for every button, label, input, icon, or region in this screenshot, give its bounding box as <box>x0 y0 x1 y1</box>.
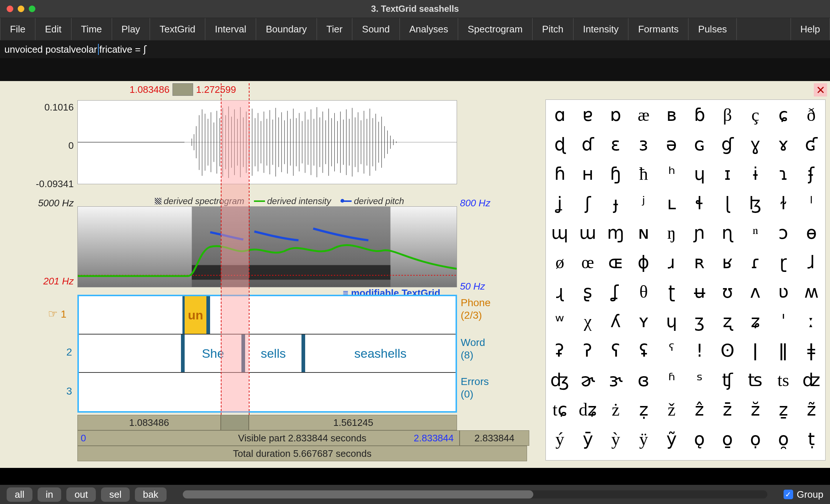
ipa-char[interactable]: ˤ <box>658 336 686 365</box>
ipa-char[interactable]: ɗ <box>574 129 602 159</box>
ipa-char[interactable]: ɜ <box>630 129 658 159</box>
ipa-char[interactable]: ɤ <box>769 129 797 159</box>
ipa-char[interactable]: dʑ <box>574 395 602 424</box>
ipa-char[interactable]: ð <box>797 100 825 129</box>
ipa-char[interactable]: ɴ <box>630 218 658 247</box>
menu-textgrid[interactable]: TextGrid <box>150 18 205 40</box>
textgrid-panel[interactable]: un Shesellsseashells <box>77 295 457 413</box>
minimize-window-button[interactable] <box>18 6 24 12</box>
ipa-char[interactable]: ọ <box>742 424 770 454</box>
ipa-char[interactable]: ɛ <box>602 129 630 159</box>
ipa-char[interactable]: ɟ <box>602 188 630 218</box>
ipa-char[interactable]: ǁ <box>769 336 797 365</box>
ipa-char[interactable]: ə <box>658 129 686 159</box>
close-ipa-panel-button[interactable]: ✕ <box>814 83 827 97</box>
ipa-char[interactable]: ỹ <box>658 424 686 454</box>
ipa-char[interactable]: ʟ <box>658 188 686 218</box>
ipa-char[interactable]: ẕ <box>769 395 797 424</box>
ipa-char[interactable]: ẑ <box>686 395 714 424</box>
ipa-char[interactable]: ts <box>769 365 797 395</box>
scrollbar-thumb[interactable] <box>183 490 534 498</box>
ipa-char[interactable]: ʊ <box>714 277 742 306</box>
ipa-char[interactable]: ɠ <box>714 129 742 159</box>
zoom-window-button[interactable] <box>29 6 35 12</box>
ipa-char[interactable]: ɸ <box>630 247 658 277</box>
ipa-char[interactable]: z̃ <box>797 395 825 424</box>
word-interval-2[interactable]: sells <box>245 335 306 372</box>
ipa-char[interactable]: ɢ <box>686 129 714 159</box>
ipa-char[interactable]: ȳ <box>574 424 602 454</box>
ipa-char[interactable]: ç <box>742 100 770 129</box>
menu-boundary[interactable]: Boundary <box>256 18 317 40</box>
ipa-char[interactable]: ɝ <box>602 365 630 395</box>
ipa-char[interactable]: ʁ <box>714 247 742 277</box>
ipa-char[interactable]: ʧ <box>714 365 742 395</box>
menu-edit[interactable]: Edit <box>35 18 72 40</box>
ipa-char[interactable]: ɮ <box>742 188 770 218</box>
ipa-char[interactable]: ø <box>546 247 574 277</box>
ipa-char[interactable]: ɖ <box>546 129 574 159</box>
menu-pitch[interactable]: Pitch <box>533 18 573 40</box>
selection-grip[interactable] <box>172 83 193 96</box>
ipa-char[interactable]: ỳ <box>602 424 630 454</box>
ipa-char[interactable]: ɶ <box>602 247 630 277</box>
ipa-char[interactable]: ɓ <box>686 100 714 129</box>
zoom-all-button[interactable]: all <box>7 487 32 502</box>
ipa-char[interactable]: ʙ <box>658 100 686 129</box>
tier-errors[interactable] <box>79 373 456 411</box>
selection-start-line[interactable] <box>221 83 222 415</box>
zoom-sel-button[interactable]: sel <box>101 487 129 502</box>
ipa-char[interactable]: ʂ <box>574 277 602 306</box>
phone-interval-selected[interactable]: un <box>185 296 210 334</box>
ipa-char[interactable]: ɞ <box>630 365 658 395</box>
ipa-char[interactable]: ˢ <box>686 365 714 395</box>
ipa-char[interactable]: ʣ <box>797 365 825 395</box>
play-after-selection[interactable]: 1.561245 <box>249 415 457 430</box>
ipa-char[interactable]: ǀ <box>742 336 770 365</box>
menu-play[interactable]: Play <box>112 18 150 40</box>
play-total-bar[interactable]: Total duration 5.667687 seconds <box>77 446 527 461</box>
close-window-button[interactable] <box>7 6 13 12</box>
menu-intensity[interactable]: Intensity <box>573 18 629 40</box>
menu-interval[interactable]: Interval <box>205 18 256 40</box>
ipa-char[interactable]: tɕ <box>546 395 574 424</box>
selection-end-line[interactable] <box>249 83 250 415</box>
ipa-char[interactable]: ɚ <box>574 365 602 395</box>
outside-duration-cell[interactable]: 2.833844 <box>459 430 529 446</box>
ipa-char[interactable]: ɨ <box>742 159 770 188</box>
ipa-char[interactable]: ɺ <box>797 247 825 277</box>
ipa-char[interactable]: ɹ <box>658 247 686 277</box>
ipa-char[interactable]: ɒ <box>602 100 630 129</box>
ipa-char[interactable]: θ <box>630 277 658 306</box>
ipa-char[interactable]: ɫ <box>769 188 797 218</box>
tier-word[interactable]: Shesellsseashells <box>79 335 456 373</box>
ipa-char[interactable]: ʉ <box>686 277 714 306</box>
menu-pulses[interactable]: Pulses <box>688 18 737 40</box>
ipa-char[interactable]: ʐ <box>714 306 742 336</box>
zoom-in-button[interactable]: in <box>38 487 61 502</box>
ipa-char[interactable]: ɣ <box>742 129 770 159</box>
ipa-char[interactable]: ɥ <box>658 306 686 336</box>
menu-spectrogram[interactable]: Spectrogram <box>458 18 533 40</box>
spectrogram-view[interactable] <box>77 206 457 287</box>
ipa-char[interactable]: ʑ <box>742 306 770 336</box>
interval-text-input[interactable]: unvoiced postalveolar fricative = ʃ <box>0 41 830 58</box>
menu-tier[interactable]: Tier <box>317 18 353 40</box>
ipa-char[interactable]: ʘ <box>714 336 742 365</box>
ipa-char[interactable]: ẓ <box>630 395 658 424</box>
menu-help[interactable]: Help <box>791 18 830 40</box>
ipa-char[interactable]: ɑ <box>546 100 574 129</box>
phone-interval-1[interactable] <box>79 296 185 334</box>
word-interval-1[interactable]: She <box>185 335 245 372</box>
ipa-char[interactable]: ɭ <box>714 188 742 218</box>
ipa-char[interactable]: ʔ <box>574 336 602 365</box>
ipa-char[interactable]: ɬ <box>686 188 714 218</box>
ipa-char[interactable]: ħ <box>630 159 658 188</box>
menu-analyses[interactable]: Analyses <box>400 18 458 40</box>
ipa-char[interactable]: ɵ <box>797 218 825 247</box>
ipa-char[interactable]: ʏ <box>630 306 658 336</box>
phone-interval-3[interactable] <box>210 296 456 334</box>
ipa-char[interactable]: ʌ <box>742 277 770 306</box>
ipa-char[interactable]: ɥ <box>686 159 714 188</box>
ipa-char[interactable]: ɻ <box>546 277 574 306</box>
